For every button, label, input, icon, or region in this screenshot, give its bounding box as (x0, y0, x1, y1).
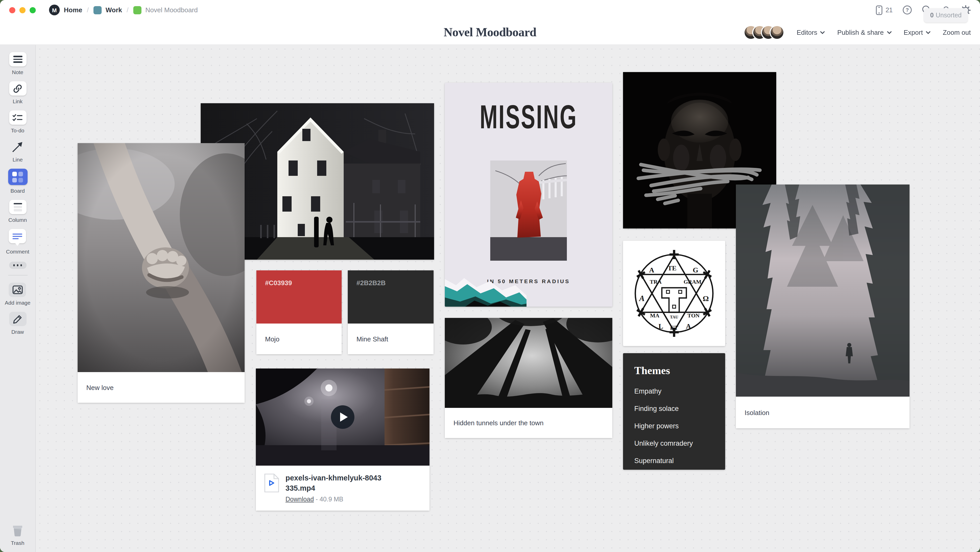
seal-letter: G (693, 266, 698, 274)
new-love-card[interactable]: New love (78, 143, 245, 403)
sidebar-item-todo[interactable]: To-do (9, 110, 26, 133)
hexagram-seal-image: A TE G TRA GRAM A Ω MA TAU TON L ET A (623, 241, 725, 346)
phone-icon (875, 5, 883, 15)
chevron-down-icon (821, 31, 825, 34)
close-window-button[interactable] (9, 7, 15, 13)
forest-canopy-image (445, 318, 612, 408)
theme-item: Empathy (634, 388, 714, 395)
zoom-out-button[interactable]: Zoom out (943, 29, 971, 36)
svg-text:?: ? (906, 7, 909, 13)
theme-item: Finding solace (634, 405, 714, 412)
seal-letter: TE (668, 265, 677, 272)
poster-title: MISSING (445, 83, 612, 123)
video-filename[interactable]: pexels-ivan-khmelyuk-8043335.mp4 (285, 473, 382, 493)
editors-menu-button[interactable]: Editors (797, 29, 825, 36)
themes-title: Themes (634, 364, 714, 377)
breadcrumb-current-board[interactable]: Novel Moodboard (133, 6, 197, 14)
seal-letter: MA (650, 312, 660, 319)
breadcrumb-separator: / (87, 6, 89, 14)
device-sync-button[interactable]: 21 (875, 5, 892, 15)
minimize-window-button[interactable] (19, 7, 25, 13)
play-button[interactable] (331, 405, 355, 429)
download-link[interactable]: Download (285, 496, 314, 503)
publish-share-menu-button[interactable]: Publish & share (837, 29, 891, 36)
sidebar-item-add-image[interactable]: Add image (5, 282, 30, 306)
sidebar-divider (8, 275, 27, 276)
card-caption[interactable]: Hidden tunnels under the town (445, 408, 612, 438)
video-file-icon (264, 473, 279, 493)
breadcrumb: M Home / Work / Novel Moodboard (49, 5, 198, 15)
occult-symbol-card[interactable]: A TE G TRA GRAM A Ω MA TAU TON L ET A (623, 241, 725, 346)
board-icon (8, 169, 27, 185)
trash-icon (11, 524, 24, 537)
holding-hands-image (78, 143, 245, 372)
milanote-logo-icon: M (49, 5, 60, 15)
note-icon (9, 52, 26, 67)
color-name[interactable]: Mojo (256, 324, 342, 354)
color-swatch-card-mojo[interactable]: #C03939 Mojo (256, 270, 342, 354)
editor-avatars[interactable] (743, 25, 784, 40)
chevron-down-icon (926, 31, 931, 34)
unsorted-count: 0 (930, 12, 934, 19)
seal-letter: TRA (650, 279, 662, 285)
work-board-icon (94, 6, 102, 14)
hex-code: #C03939 (265, 279, 292, 287)
color-name[interactable]: Mine Shaft (348, 324, 434, 354)
window-top-bar: M Home / Work / Novel Moodboard 21 (0, 0, 980, 20)
seal-letter: A (639, 294, 644, 303)
maximize-window-button[interactable] (30, 7, 36, 13)
breadcrumb-home[interactable]: M Home (49, 5, 82, 15)
seal-letter: A (649, 266, 654, 274)
seal-letter: GRAM (684, 279, 702, 285)
seal-letter: ET (670, 324, 678, 331)
theme-item: Supernatural (634, 457, 714, 464)
color-swatch-card-mine-shaft[interactable]: #2B2B2B Mine Shaft (348, 270, 434, 354)
isolation-card[interactable]: Isolation (736, 185, 910, 428)
video-card[interactable]: pexels-ivan-khmelyuk-8043335.mp4 Downloa… (256, 369, 430, 511)
moodboard-icon (133, 6, 141, 14)
traffic-lights (9, 7, 36, 13)
card-caption[interactable]: Isolation (736, 397, 910, 428)
breadcrumb-work[interactable]: Work (94, 6, 122, 14)
unsorted-badge[interactable]: 0Unsorted (924, 8, 968, 22)
foggy-forest-image (736, 185, 910, 397)
sidebar-item-note[interactable]: Note (9, 52, 26, 75)
help-button[interactable]: ? (902, 5, 912, 15)
avatar (770, 25, 784, 40)
link-icon (9, 81, 26, 96)
comment-icon (9, 229, 26, 248)
export-menu-button[interactable]: Export (904, 29, 931, 36)
add-image-icon (9, 282, 26, 297)
sidebar-item-link[interactable]: Link (9, 81, 26, 104)
play-icon (340, 412, 347, 422)
card-caption[interactable]: New love (78, 372, 245, 403)
theme-item: Unlikely comradery (634, 440, 714, 447)
sidebar-item-board[interactable]: Board (8, 169, 27, 194)
seal-letter: Ω (703, 294, 709, 303)
theme-item: Higher powers (634, 422, 714, 430)
tool-sidebar: Note Link To-do (0, 45, 36, 552)
arrow-line-icon (11, 140, 24, 154)
color-block: #2B2B2B (348, 270, 434, 324)
missing-poster-card[interactable]: MISSING IN 50 METERS RADIUS (445, 83, 612, 307)
trash-dropzone[interactable]: Trash (11, 524, 24, 546)
torn-paper-edge (445, 275, 527, 307)
video-thumbnail[interactable] (256, 369, 430, 466)
file-size: - 40.9 MB (314, 496, 343, 503)
device-count: 21 (886, 6, 892, 14)
sidebar-item-line[interactable]: Line (11, 140, 24, 163)
red-figure-photo (490, 161, 567, 261)
more-tools-button[interactable] (9, 262, 26, 269)
seal-letter: TAU (670, 315, 678, 319)
themes-note-card[interactable]: Themes Empathy Finding solace Higher pow… (623, 353, 725, 470)
sidebar-item-column[interactable]: Column (8, 200, 27, 223)
column-icon (9, 200, 26, 214)
help-icon: ? (902, 5, 912, 15)
hidden-tunnels-card[interactable]: Hidden tunnels under the town (445, 318, 612, 438)
seal-letter: L (659, 322, 663, 330)
chevron-down-icon (887, 31, 891, 34)
color-block: #C03939 (256, 270, 342, 324)
sidebar-item-comment[interactable]: Comment (6, 229, 29, 255)
sidebar-item-draw[interactable]: Draw (9, 312, 26, 335)
app-window: M Home / Work / Novel Moodboard 21 (0, 0, 980, 552)
